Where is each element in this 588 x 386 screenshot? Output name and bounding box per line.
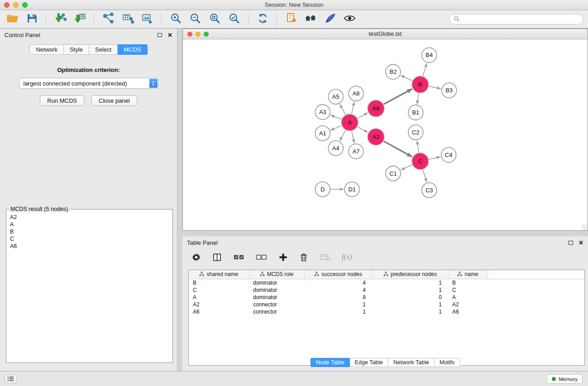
delete-table-icon[interactable] bbox=[320, 253, 330, 262]
resize-grip[interactable] bbox=[582, 224, 587, 230]
save-session-button[interactable] bbox=[24, 12, 39, 27]
table-cell[interactable]: dominator bbox=[249, 286, 304, 294]
table-cell[interactable]: 4 bbox=[304, 286, 372, 294]
column-header[interactable]: MCDS role bbox=[249, 270, 304, 279]
network-canvas[interactable]: B4B2BB3A5A8A6B1A3AC2A1A2A4A7C4CC1C3DD1 bbox=[183, 40, 588, 230]
show-columns-icon[interactable] bbox=[212, 253, 222, 262]
close-icon[interactable]: ✕ bbox=[167, 32, 172, 38]
close-icon[interactable]: ✕ bbox=[578, 240, 583, 246]
table-cell[interactable]: 1 bbox=[304, 301, 372, 308]
table-cell[interactable]: A2 bbox=[448, 301, 488, 308]
graph-node-C3[interactable]: C3 bbox=[422, 183, 437, 198]
tab-select[interactable]: Select bbox=[89, 44, 118, 55]
table-row[interactable]: Bdominator41B bbox=[189, 279, 584, 286]
graph-node-C[interactable]: C bbox=[412, 153, 429, 170]
open-session-button[interactable] bbox=[5, 12, 20, 27]
memory-button[interactable]: Memory bbox=[547, 374, 583, 384]
annotation-button[interactable] bbox=[322, 12, 338, 27]
column-header[interactable]: successor nodes bbox=[304, 270, 372, 279]
refresh-layout-button[interactable] bbox=[255, 12, 270, 27]
graph-node-A7[interactable]: A7 bbox=[349, 144, 363, 159]
close-window-button[interactable] bbox=[4, 2, 10, 8]
tab-edge-table[interactable]: Edge Table bbox=[350, 358, 388, 367]
table-cell[interactable]: C bbox=[448, 286, 488, 294]
table-cell[interactable]: A2 bbox=[189, 301, 249, 308]
graph-node-C4[interactable]: C4 bbox=[441, 148, 456, 162]
zoom-fit-button[interactable] bbox=[207, 12, 222, 27]
table-cell[interactable]: B bbox=[189, 279, 249, 286]
table-cell[interactable]: 1 bbox=[372, 286, 448, 294]
graph-node-A6[interactable]: A6 bbox=[368, 100, 384, 117]
tab-motifs[interactable]: Motifs bbox=[435, 358, 460, 367]
close-panel-button[interactable]: Close panel bbox=[91, 95, 137, 106]
table-cell[interactable]: 1 bbox=[372, 308, 448, 315]
tab-network[interactable]: Network bbox=[29, 44, 64, 55]
table-cell[interactable]: B bbox=[448, 279, 488, 286]
table-cell[interactable]: 8 bbox=[304, 294, 372, 301]
graph-node-B[interactable]: B bbox=[412, 76, 429, 93]
delete-column-trash-icon[interactable] bbox=[299, 253, 308, 262]
zoom-network-button[interactable] bbox=[204, 32, 209, 37]
graph-node-D[interactable]: D bbox=[315, 182, 330, 197]
minimize-network-button[interactable] bbox=[196, 32, 201, 37]
table-cell[interactable]: dominator bbox=[249, 279, 304, 286]
import-table-button[interactable] bbox=[72, 12, 87, 27]
column-header[interactable]: shared name bbox=[189, 270, 249, 279]
import-network-button[interactable] bbox=[53, 12, 68, 27]
table-cell[interactable]: 1 bbox=[304, 308, 372, 315]
graph-node-B2[interactable]: B2 bbox=[386, 64, 401, 79]
table-cell[interactable]: A bbox=[448, 294, 488, 301]
tab-style[interactable]: Style bbox=[64, 44, 89, 55]
table-row[interactable]: A6connector11A6 bbox=[189, 308, 584, 315]
zoom-in-button[interactable] bbox=[168, 12, 183, 27]
run-mcds-button[interactable]: Run MCDS bbox=[40, 95, 84, 106]
column-header[interactable]: predecessor nodes bbox=[372, 270, 448, 279]
network-from-table-button[interactable] bbox=[120, 12, 135, 27]
export-image-button[interactable] bbox=[139, 12, 155, 27]
table-cell[interactable]: A6 bbox=[448, 308, 488, 315]
graph-node-D1[interactable]: D1 bbox=[344, 182, 359, 197]
table-cell[interactable]: A bbox=[189, 294, 249, 301]
search-input[interactable] bbox=[462, 16, 579, 23]
graph-node-A5[interactable]: A5 bbox=[328, 89, 343, 104]
close-network-button[interactable] bbox=[187, 32, 192, 37]
home-button[interactable] bbox=[303, 12, 318, 27]
graph-node-A[interactable]: A bbox=[341, 114, 358, 131]
zoom-out-button[interactable] bbox=[187, 12, 203, 27]
table-row[interactable]: Adominator80A bbox=[189, 294, 584, 301]
task-history-button[interactable] bbox=[5, 375, 17, 383]
zoom-selected-button[interactable] bbox=[226, 12, 242, 27]
float-panel-icon[interactable] bbox=[158, 33, 162, 37]
graph-node-A8[interactable]: A8 bbox=[349, 86, 363, 101]
table-cell[interactable]: 1 bbox=[372, 279, 448, 286]
criterion-select[interactable]: largest connected component (directed) ▲… bbox=[19, 78, 158, 89]
table-cell[interactable]: A6 bbox=[189, 308, 249, 315]
graph-node-C2[interactable]: C2 bbox=[408, 125, 423, 140]
tab-mcds[interactable]: MCDS bbox=[118, 44, 147, 55]
table-row[interactable]: Cdominator41C bbox=[189, 286, 584, 294]
graph-node-A1[interactable]: A1 bbox=[315, 126, 330, 141]
graph-node-B4[interactable]: B4 bbox=[422, 48, 437, 62]
graph-node-C1[interactable]: C1 bbox=[386, 166, 401, 181]
graph-node-B1[interactable]: B1 bbox=[408, 105, 423, 120]
session-document-button[interactable] bbox=[283, 12, 299, 27]
table-settings-gear-icon[interactable] bbox=[191, 253, 201, 262]
graph-node-A2[interactable]: A2 bbox=[368, 129, 384, 145]
minimize-window-button[interactable] bbox=[13, 2, 19, 8]
show-details-button[interactable] bbox=[342, 12, 357, 27]
add-column-plus-icon[interactable] bbox=[278, 253, 288, 262]
graph-node-A4[interactable]: A4 bbox=[328, 141, 343, 156]
table-cell[interactable]: connector bbox=[249, 308, 304, 315]
deselect-all-icon[interactable] bbox=[256, 253, 267, 262]
table-row[interactable]: A2connector11A2 bbox=[189, 301, 584, 308]
graph-node-A3[interactable]: A3 bbox=[315, 105, 330, 119]
table-cell[interactable]: 4 bbox=[304, 279, 372, 286]
tab-network-table[interactable]: Network Table bbox=[388, 358, 435, 367]
table-cell[interactable]: connector bbox=[249, 301, 304, 308]
zoom-window-button[interactable] bbox=[22, 2, 28, 8]
float-panel-icon[interactable] bbox=[569, 241, 573, 245]
tab-node-table[interactable]: Node Table bbox=[311, 358, 350, 367]
column-header[interactable]: name bbox=[448, 270, 488, 279]
graph-node-B3[interactable]: B3 bbox=[442, 83, 457, 98]
select-all-icon[interactable] bbox=[233, 253, 244, 262]
